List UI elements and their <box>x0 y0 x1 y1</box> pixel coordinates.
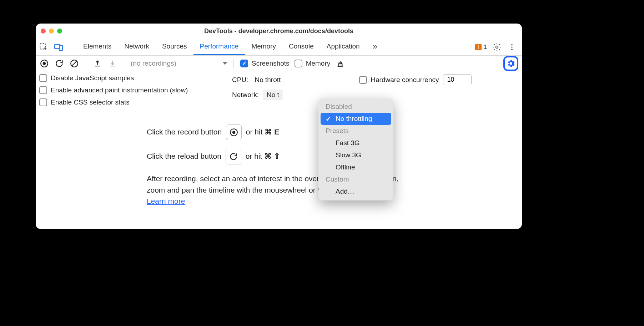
hardware-concurrency-label: Hardware concurrency <box>371 76 439 84</box>
cpu-label: CPU: <box>232 76 248 84</box>
svg-line-10 <box>71 61 77 66</box>
issues-count: 1 <box>484 44 487 51</box>
checkbox-icon <box>39 74 47 82</box>
svg-point-4 <box>511 44 513 45</box>
network-throttle-menu: Disabled No throttling Presets Fast 3G S… <box>318 98 393 200</box>
network-throttle-select[interactable]: No t <box>263 90 283 100</box>
tab-application[interactable]: Application <box>320 39 366 55</box>
svg-point-3 <box>496 46 498 48</box>
warning-icon: ! <box>475 44 482 50</box>
inspect-element-icon[interactable] <box>39 42 49 52</box>
learn-more-link[interactable]: Learn more <box>147 197 185 205</box>
titlebar: DevTools - developer.chrome.com/docs/dev… <box>36 24 522 39</box>
tab-elements[interactable]: Elements <box>77 39 118 55</box>
advanced-paint-checkbox[interactable]: Enable advanced paint instrumentation (s… <box>39 86 232 94</box>
svg-point-8 <box>43 62 46 65</box>
menu-group-disabled: Disabled <box>318 101 393 113</box>
window-title: DevTools - developer.chrome.com/docs/dev… <box>36 27 522 35</box>
help-p2b: or hit <box>246 152 265 160</box>
help-p2-key: ⌘ ⇧ <box>264 152 280 160</box>
performance-empty-state: Click the record button or hit ⌘ E ding.… <box>36 110 522 229</box>
chevron-down-icon <box>223 62 227 65</box>
help-p1a: Click the record button <box>147 128 224 136</box>
tab-network[interactable]: Network <box>118 39 156 55</box>
tab-performance[interactable]: Performance <box>193 39 245 55</box>
performance-toolbar: (no recordings) Screenshots Memory <box>36 56 522 71</box>
download-profile-button[interactable] <box>107 58 117 68</box>
device-toolbar-icon[interactable] <box>54 42 64 52</box>
disable-js-samples-checkbox[interactable]: Disable JavaScript samples <box>39 74 232 82</box>
clear-button[interactable] <box>69 58 79 68</box>
menu-group-custom: Custom <box>318 173 393 185</box>
help-p1-key: ⌘ E <box>265 128 279 136</box>
svg-point-5 <box>511 46 513 48</box>
tab-console[interactable]: Console <box>282 39 320 55</box>
menu-item-slow-3g[interactable]: Slow 3G <box>318 149 393 161</box>
network-throttle-value: No t <box>267 91 279 99</box>
hardware-concurrency-checkbox[interactable]: Hardware concurrency <box>359 76 439 84</box>
cpu-throttle-select[interactable]: No thrott <box>252 75 283 85</box>
garbage-collect-button[interactable] <box>335 58 345 68</box>
devtools-tabstrip: Elements Network Sources Performance Mem… <box>36 39 522 56</box>
capture-settings-highlight <box>503 56 518 71</box>
tab-sources[interactable]: Sources <box>156 39 193 55</box>
chevrons-right-icon: » <box>373 41 376 51</box>
reload-icon <box>226 149 241 164</box>
css-selector-label: Enable CSS selector stats <box>51 98 130 106</box>
screenshots-label: Screenshots <box>252 60 290 67</box>
capture-settings-panel: Disable JavaScript samples Enable advanc… <box>36 71 522 110</box>
record-icon <box>226 124 242 140</box>
issues-badge[interactable]: ! 1 <box>475 44 487 51</box>
record-button[interactable] <box>39 58 49 68</box>
reload-record-button[interactable] <box>54 58 64 68</box>
menu-item-offline[interactable]: Offline <box>318 161 393 173</box>
checkbox-icon <box>359 76 367 84</box>
upload-profile-button[interactable] <box>92 58 102 68</box>
svg-point-6 <box>511 49 513 50</box>
checkbox-checked-icon <box>240 60 248 67</box>
menu-item-no-throttling[interactable]: No throttling <box>321 113 391 125</box>
checkbox-icon <box>39 86 47 94</box>
help-p2a: Click the reload button <box>147 152 223 160</box>
svg-point-13 <box>232 131 236 134</box>
capture-settings-button[interactable] <box>506 58 516 68</box>
menu-group-presets: Presets <box>318 125 393 137</box>
svg-rect-2 <box>59 45 62 50</box>
screenshots-checkbox[interactable]: Screenshots <box>240 60 290 67</box>
recordings-select[interactable]: (no recordings) <box>131 60 227 67</box>
devtools-settings-icon[interactable] <box>492 42 502 52</box>
menu-item-add[interactable]: Add… <box>318 185 393 198</box>
advanced-paint-label: Enable advanced paint instrumentation (s… <box>51 86 188 94</box>
checkbox-icon <box>39 98 47 106</box>
memory-label: Memory <box>306 60 331 67</box>
network-label: Network: <box>232 91 259 99</box>
devtools-window: DevTools - developer.chrome.com/docs/dev… <box>36 24 522 229</box>
more-options-icon[interactable] <box>507 42 517 52</box>
disable-js-label: Disable JavaScript samples <box>51 74 134 82</box>
menu-item-fast-3g[interactable]: Fast 3G <box>318 137 393 149</box>
recordings-label: (no recordings) <box>131 60 176 67</box>
checkbox-icon <box>295 60 302 67</box>
memory-checkbox[interactable]: Memory <box>295 60 331 67</box>
hardware-concurrency-input[interactable] <box>443 74 472 85</box>
css-selector-stats-checkbox[interactable]: Enable CSS selector stats <box>39 98 232 106</box>
help-p1b: or hit <box>246 128 265 136</box>
more-tabs-button[interactable]: » <box>366 39 382 55</box>
tab-memory[interactable]: Memory <box>245 39 282 55</box>
